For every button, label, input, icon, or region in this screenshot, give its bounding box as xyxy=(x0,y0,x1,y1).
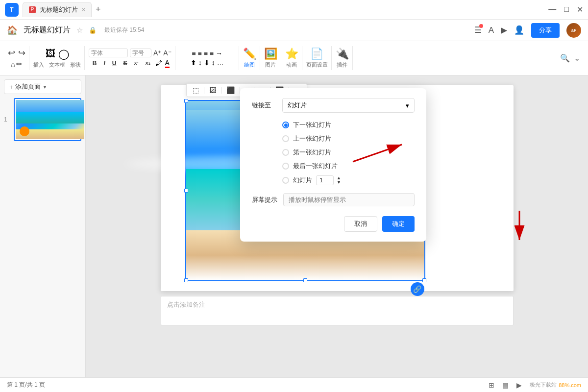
link-select-value: 幻灯片 xyxy=(288,101,307,110)
link-select[interactable]: 幻灯片 ▾ xyxy=(282,98,415,113)
radio-group: 下一张幻灯片 上一张幻灯片 第一张幻灯片 最后一张幻灯片 幻灯片 xyxy=(282,121,415,185)
radio-specific-slide[interactable]: 幻灯片 ▲ ▼ xyxy=(282,175,415,185)
link-select-arrow: ▾ xyxy=(406,102,409,109)
dialog-footer: 取消 确定 xyxy=(252,216,415,232)
confirm-btn[interactable]: 确定 xyxy=(382,216,415,232)
radio-prev-slide[interactable]: 上一张幻灯片 xyxy=(282,134,415,143)
cancel-btn[interactable]: 取消 xyxy=(344,216,377,232)
slide-num-input[interactable] xyxy=(316,175,334,185)
screen-hint-row: 屏幕提示 xyxy=(252,193,415,206)
dialog-link-row: 链接至 幻灯片 ▾ xyxy=(252,98,415,113)
hint-input[interactable] xyxy=(283,193,415,206)
radio-first-circle xyxy=(282,149,289,156)
radio-specific-circle xyxy=(282,177,289,184)
radio-first-slide[interactable]: 第一张幻灯片 xyxy=(282,148,415,157)
radio-prev-circle xyxy=(282,135,289,142)
radio-last-circle xyxy=(282,163,289,170)
radio-first-label: 第一张幻灯片 xyxy=(293,148,331,157)
link-label: 链接至 xyxy=(252,101,276,110)
radio-next-circle xyxy=(282,122,289,128)
dialog-overlay: 链接至 幻灯片 ▾ 下一张幻灯片 上一张幻灯片 第一张幻 xyxy=(0,0,588,392)
radio-next-slide[interactable]: 下一张幻灯片 xyxy=(282,121,415,129)
hint-label: 屏幕提示 xyxy=(252,196,277,204)
slide-num-down[interactable]: ▼ xyxy=(337,180,341,185)
radio-last-label: 最后一张幻灯片 xyxy=(293,162,338,171)
link-dialog: 链接至 幻灯片 ▾ 下一张幻灯片 上一张幻灯片 第一张幻 xyxy=(240,88,426,242)
radio-last-slide[interactable]: 最后一张幻灯片 xyxy=(282,162,415,171)
slide-num-row: ▲ ▼ xyxy=(316,175,341,185)
slide-num-arrows: ▲ ▼ xyxy=(337,176,341,185)
radio-next-label: 下一张幻灯片 xyxy=(293,121,331,129)
radio-next-inner xyxy=(284,123,288,127)
radio-specific-label: 幻灯片 xyxy=(293,176,312,185)
radio-prev-label: 上一张幻灯片 xyxy=(293,134,331,143)
